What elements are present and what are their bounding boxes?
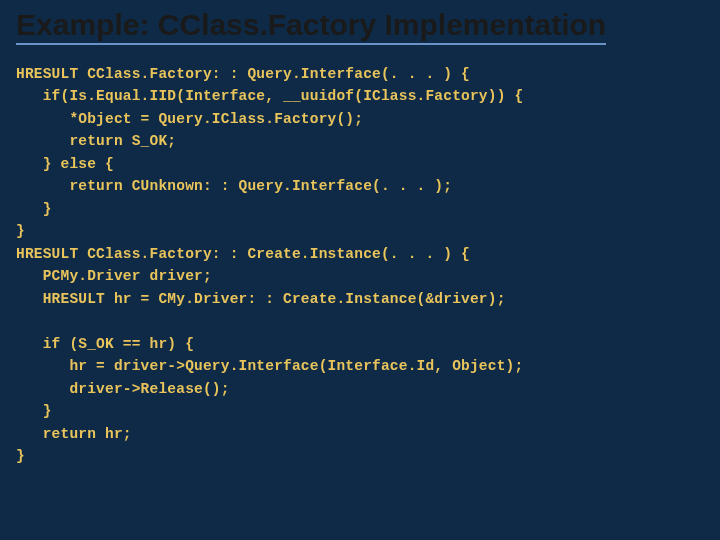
slide-title: Example: CClass.Factory Implementation xyxy=(16,8,606,45)
title-container: Example: CClass.Factory Implementation xyxy=(0,0,720,45)
slide: Example: CClass.Factory Implementation H… xyxy=(0,0,720,540)
code-block: HRESULT CClass.Factory: : Query.Interfac… xyxy=(0,63,720,467)
